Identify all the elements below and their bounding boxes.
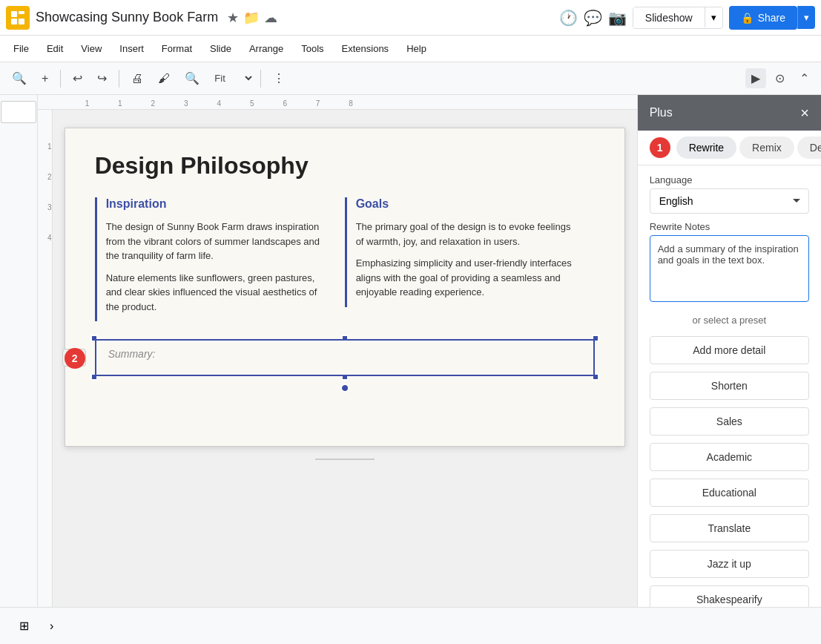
- plus-title: Plus: [650, 106, 673, 119]
- preset-educational[interactable]: Educational: [650, 479, 809, 507]
- menu-edit[interactable]: Edit: [39, 40, 70, 57]
- toolbar-right: ▶ ⊙ ⌃: [745, 68, 815, 88]
- preset-jazz-it-up[interactable]: Jazz it up: [650, 550, 809, 578]
- col2-heading: Goals: [356, 197, 580, 211]
- menu-format[interactable]: Format: [154, 40, 200, 57]
- share-button[interactable]: 🔒 Share: [729, 6, 797, 30]
- tab-design[interactable]: Design: [797, 137, 821, 159]
- history-icon[interactable]: 🕐: [559, 9, 578, 27]
- slide-area-wrapper: 1 1 2 3 4 5 6 7 8 1 2 3 4: [38, 95, 637, 607]
- app-icon: [6, 6, 30, 30]
- star-icon[interactable]: ★: [227, 10, 239, 26]
- bottom-nav: ⊞ ›: [0, 607, 821, 644]
- doc-title: Showcasing Sunny Book Farm: [36, 10, 218, 25]
- share-arrow-button[interactable]: ▾: [797, 6, 815, 29]
- handle-rotate[interactable]: [340, 384, 349, 392]
- or-select-label: or select a preset: [650, 315, 809, 326]
- menu-view[interactable]: View: [73, 40, 109, 57]
- tab-rewrite[interactable]: Rewrite: [676, 137, 736, 159]
- col1-divider: [95, 197, 97, 321]
- menu-arrange[interactable]: Arrange: [242, 40, 291, 57]
- tab-remix[interactable]: Remix: [739, 137, 794, 159]
- video-icon[interactable]: 📷: [608, 9, 627, 27]
- menu-insert[interactable]: Insert: [112, 40, 151, 57]
- preset-translate[interactable]: Translate: [650, 514, 809, 542]
- language-select[interactable]: English Spanish French German: [650, 188, 809, 214]
- undo-btn[interactable]: ↩: [67, 68, 88, 88]
- ruler-label: 1 1 2 3 4 5 6 7 8: [85, 99, 353, 108]
- preset-academic[interactable]: Academic: [650, 443, 809, 471]
- preset-shakespearify[interactable]: Shakespearify: [650, 585, 809, 607]
- toolbar: 🔍 + ↩ ↪ 🖨 🖌 🔍 Fit 50% 75% 100% ⋮ ▶ ⊙ ⌃: [0, 62, 821, 95]
- target-btn[interactable]: ⊙: [769, 68, 791, 88]
- print-btn[interactable]: 🖨: [125, 69, 149, 88]
- preset-sales[interactable]: Sales: [650, 407, 809, 436]
- col1-content: Inspiration The design of Sunny Book Far…: [106, 197, 330, 321]
- zoom-select-btn[interactable]: 🔍: [179, 68, 205, 88]
- svg-rect-0: [11, 11, 17, 17]
- folder-icon[interactable]: 📁: [243, 10, 260, 26]
- col1-heading: Inspiration: [106, 197, 330, 211]
- paint-btn[interactable]: 🖌: [152, 69, 176, 88]
- step2-badge-area: 2: [65, 348, 88, 369]
- cloud-icon[interactable]: ☁: [264, 10, 277, 26]
- col1-inner: Inspiration The design of Sunny Book Far…: [95, 197, 330, 321]
- v-ruler-tick-3: 3: [47, 203, 52, 211]
- preset-add-more-detail[interactable]: Add more detail: [650, 336, 809, 364]
- lock-icon: 🔒: [741, 12, 754, 24]
- step-badge-2: 2: [65, 348, 85, 369]
- rewrite-notes-section: Rewrite Notes Add a summary of the inspi…: [650, 221, 809, 304]
- grid-view-btn[interactable]: ⊞: [12, 614, 36, 637]
- slideshow-main-button[interactable]: Slideshow: [633, 7, 705, 28]
- more-btn[interactable]: ⋮: [267, 68, 291, 88]
- slide-area: 2 Design Philosophy Inspiration The desi…: [53, 110, 637, 607]
- menu-tools[interactable]: Tools: [294, 40, 331, 57]
- plus-body: Language English Spanish French German R…: [638, 165, 821, 607]
- step-badge-1: 1: [650, 137, 670, 158]
- col2-text2: Emphasizing simplicity and user-friendly…: [356, 256, 580, 300]
- zoom-select[interactable]: Fit 50% 75% 100%: [208, 69, 254, 88]
- arrow-right-btn[interactable]: ›: [42, 615, 61, 637]
- col-goals: Goals The primary goal of the design is …: [345, 197, 595, 321]
- menu-file[interactable]: File: [6, 40, 36, 57]
- slide-bottom-line: [315, 459, 375, 460]
- toolbar-sep-2: [119, 70, 119, 88]
- zoom-in-btn[interactable]: +: [36, 69, 54, 88]
- menu-help[interactable]: Help: [399, 40, 434, 57]
- rewrite-notes-textarea[interactable]: Add a summary of the inspiration and goa…: [650, 235, 809, 302]
- main-area: 1 1 2 3 4 5 6 7 8 1 2 3 4: [0, 95, 821, 607]
- menu-slide[interactable]: Slide: [202, 40, 239, 57]
- summary-box[interactable]: Summary:: [95, 339, 595, 376]
- col2-text1: The primary goal of the design is to evo…: [356, 220, 580, 249]
- summary-placeholder: Summary:: [108, 348, 156, 360]
- rewrite-notes-text: Rewrite Notes: [650, 221, 710, 232]
- v-ruler: 1 2 3 4: [38, 110, 53, 607]
- toolbar-sep-1: [60, 70, 61, 88]
- title-icons: ★ 📁 ☁: [227, 10, 277, 26]
- slide-main-row: 1 2 3 4 2 Design Philosophy: [38, 110, 637, 607]
- col1-text2: Nature elements like sunflowers, green p…: [106, 271, 330, 315]
- toolbar-sep-3: [260, 70, 261, 88]
- language-section: Language English Spanish French German: [650, 174, 809, 214]
- slide-canvas[interactable]: Design Philosophy Inspiration The design…: [65, 128, 625, 447]
- chevron-up-btn[interactable]: ⌃: [794, 68, 815, 88]
- preset-shorten[interactable]: Shorten: [650, 372, 809, 400]
- slideshow-arrow-button[interactable]: ▾: [705, 7, 722, 27]
- share-label: Share: [758, 12, 785, 24]
- h-ruler: 1 1 2 3 4 5 6 7 8: [38, 95, 637, 110]
- chat-icon[interactable]: 💬: [584, 9, 602, 27]
- col2-divider: [345, 197, 347, 307]
- topbar-right: 🕐 💬 📷 Slideshow ▾ 🔒 Share ▾: [559, 6, 815, 30]
- redo-btn[interactable]: ↪: [91, 68, 113, 88]
- v-ruler-tick-4: 4: [47, 234, 52, 242]
- plus-close-button[interactable]: ×: [800, 105, 809, 122]
- cursor-btn[interactable]: ▶: [745, 68, 766, 88]
- search-toolbar-btn[interactable]: 🔍: [6, 68, 33, 88]
- svg-rect-2: [11, 19, 17, 24]
- slideshow-button[interactable]: Slideshow ▾: [633, 7, 723, 29]
- menu-extensions[interactable]: Extensions: [334, 40, 397, 57]
- col2-content: Goals The primary goal of the design is …: [356, 197, 580, 307]
- topbar: Showcasing Sunny Book Farm ★ 📁 ☁ 🕐 💬 📷 S…: [0, 0, 821, 36]
- thumb-panel: [0, 95, 38, 607]
- slide-thumb-1[interactable]: [1, 101, 36, 123]
